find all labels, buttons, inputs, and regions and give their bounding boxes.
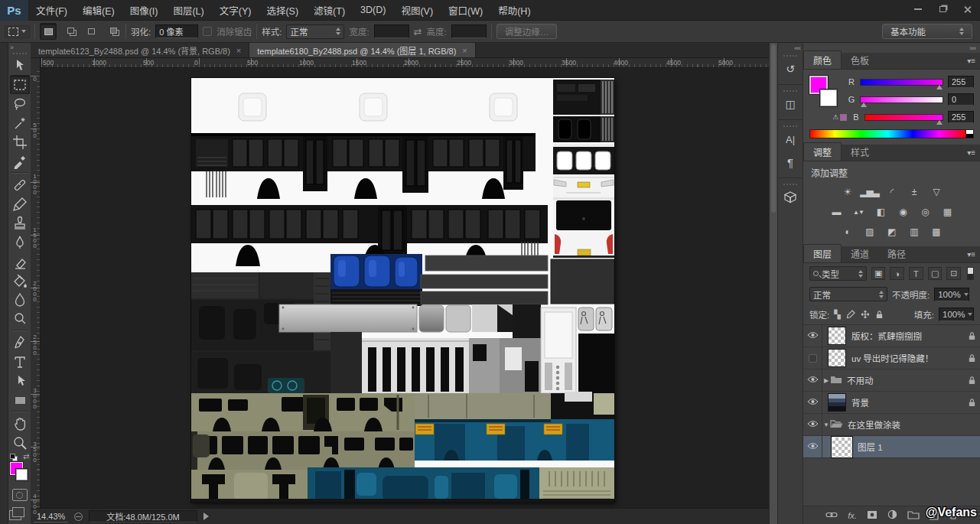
visibility-toggle[interactable]	[803, 369, 822, 391]
default-colors-icon[interactable]	[10, 454, 15, 459]
style-select[interactable]: 正常	[286, 24, 344, 39]
paragraph-panel-icon[interactable]: ¶	[780, 151, 801, 173]
zoom-level-field[interactable]: 14.43%	[34, 511, 68, 522]
layer-thumbnail[interactable]	[828, 349, 846, 367]
menu-view[interactable]: 视图(V)	[393, 0, 441, 21]
red-slider[interactable]	[860, 79, 943, 86]
3d-panel-icon[interactable]	[780, 187, 801, 208]
tab-color[interactable]: 颜色	[803, 50, 842, 69]
menu-3d[interactable]: 3D(D)	[353, 0, 393, 21]
refine-edge-button[interactable]: 调整边缘…	[497, 24, 558, 39]
color-lookup-icon[interactable]: ▦	[939, 205, 956, 219]
screen-mode-button[interactable]	[12, 507, 24, 517]
black-white-icon[interactable]: ◧	[872, 205, 889, 219]
background-color-swatch[interactable]	[16, 469, 28, 480]
foreground-background-colors[interactable]: ⇄	[10, 454, 30, 484]
lock-pixels-button[interactable]	[846, 310, 855, 319]
zoom-tool[interactable]	[10, 433, 30, 452]
layer-row-layer1-selected[interactable]: 图层 1	[803, 436, 980, 458]
menu-file[interactable]: 文件(F)	[28, 0, 75, 21]
tab-swatches[interactable]: 色板	[842, 51, 878, 69]
spot-healing-brush-tool[interactable]	[10, 175, 30, 194]
visibility-toggle[interactable]	[803, 347, 822, 369]
layer-filter-type-select[interactable]: 类型	[809, 266, 867, 281]
fill-input[interactable]: 100%	[939, 308, 974, 321]
menu-layer[interactable]: 图层(L)	[165, 0, 211, 21]
path-selection-tool[interactable]	[10, 371, 30, 390]
rectangle-tool[interactable]	[10, 390, 30, 409]
photo-filter-icon[interactable]: ◉	[894, 205, 911, 219]
clone-stamp-tool[interactable]	[10, 213, 30, 233]
gradient-map-icon[interactable]: ▥	[906, 225, 923, 239]
gamut-warning[interactable]: ⚠	[832, 113, 848, 121]
visibility-toggle[interactable]	[803, 414, 822, 435]
close-tab-icon[interactable]: ×	[236, 46, 241, 55]
hand-tool[interactable]	[10, 414, 30, 433]
subtract-selection-button[interactable]	[83, 23, 99, 40]
width-input[interactable]	[374, 24, 409, 38]
eyedropper-tool[interactable]	[10, 151, 30, 171]
vibrance-icon[interactable]: ▽	[928, 185, 945, 199]
pen-tool[interactable]	[10, 333, 30, 352]
menu-select[interactable]: 选择(S)	[259, 0, 306, 21]
type-tool[interactable]	[10, 352, 30, 371]
close-tab-icon[interactable]: ×	[462, 46, 467, 55]
scrollbar-thumb[interactable]	[771, 44, 776, 213]
lasso-tool[interactable]	[10, 94, 30, 113]
curves-icon[interactable]: ◜	[884, 185, 900, 199]
filter-smart-objects-button[interactable]: ⊡	[946, 267, 961, 280]
move-tool[interactable]	[10, 56, 30, 75]
menu-type[interactable]: 文字(Y)	[212, 0, 259, 21]
horizontal-ruler[interactable]: 500 1000 500 0 500 1000 1500 2000 2500 3…	[31, 58, 769, 68]
status-options-arrow-icon[interactable]	[203, 513, 209, 520]
menu-edit[interactable]: 编辑(E)	[75, 0, 122, 21]
toolbar-collapse-icon[interactable]: »	[8, 43, 31, 52]
quick-mask-button[interactable]	[12, 489, 28, 501]
document-tab-active[interactable]: template6180_By2488.psd @ 14.4% (图层 1, R…	[249, 43, 475, 57]
layer-style-button[interactable]: fx.	[848, 511, 857, 520]
tab-layers[interactable]: 图层	[803, 244, 842, 262]
filter-shape-layers-button[interactable]: ▢	[928, 267, 943, 280]
visibility-toggle[interactable]	[803, 436, 822, 457]
red-value-input[interactable]: 255	[948, 76, 974, 88]
layer-row-group-locked[interactable]: ▶ 不用动	[803, 369, 980, 392]
filter-adjustment-layers-button[interactable]: ◑	[890, 267, 904, 280]
toolbar-grip[interactable]	[13, 53, 27, 54]
layer-thumbnail[interactable]	[832, 437, 852, 457]
pasteboard[interactable]	[41, 68, 769, 508]
dock-collapse-icon[interactable]: ««	[778, 43, 803, 53]
canvas-image[interactable]	[191, 78, 614, 503]
levels-icon[interactable]: ▂▅▃	[861, 185, 878, 199]
filter-pixel-layers-button[interactable]: ▣	[871, 267, 886, 280]
invert-icon[interactable]: ◐	[839, 225, 856, 239]
history-brush-tool[interactable]	[10, 233, 30, 252]
selective-color-icon[interactable]: ▩	[928, 225, 945, 239]
lock-position-button[interactable]	[861, 310, 870, 319]
expand-caret-icon[interactable]: ▶	[822, 377, 830, 384]
height-input[interactable]	[451, 24, 487, 38]
feather-input[interactable]: 0 像素	[155, 24, 198, 38]
layer-row-copyright[interactable]: 版权：贰肆捌捌捌	[803, 325, 980, 347]
workspace-switcher[interactable]: 基本功能	[882, 24, 972, 39]
collapse-caret-icon[interactable]: ▼	[822, 421, 830, 428]
add-to-selection-button[interactable]	[61, 23, 78, 40]
brightness-contrast-icon[interactable]: ☀	[839, 185, 856, 199]
tab-paths[interactable]: 路径	[878, 245, 915, 262]
visibility-toggle[interactable]	[803, 392, 822, 413]
antialias-checkbox[interactable]	[203, 27, 212, 36]
posterize-icon[interactable]: ▨	[861, 225, 878, 239]
eraser-tool[interactable]	[10, 252, 30, 271]
tab-channels[interactable]: 通道	[842, 245, 878, 262]
layer-thumbnail[interactable]	[828, 393, 846, 412]
brush-tool[interactable]	[10, 194, 30, 213]
ruler-origin-corner[interactable]	[31, 58, 41, 68]
color-spectrum-bar[interactable]	[809, 129, 966, 138]
blur-tool[interactable]	[10, 290, 30, 309]
menu-help[interactable]: 帮助(H)	[490, 0, 538, 21]
layer-filter-toggle[interactable]	[967, 267, 974, 280]
panel-menu-icon[interactable]: ▾≡	[967, 250, 975, 259]
crop-tool[interactable]	[10, 132, 30, 151]
new-selection-button[interactable]	[40, 23, 57, 40]
layer-thumbnail[interactable]	[828, 327, 846, 345]
character-panel-icon[interactable]: A|	[780, 129, 801, 150]
